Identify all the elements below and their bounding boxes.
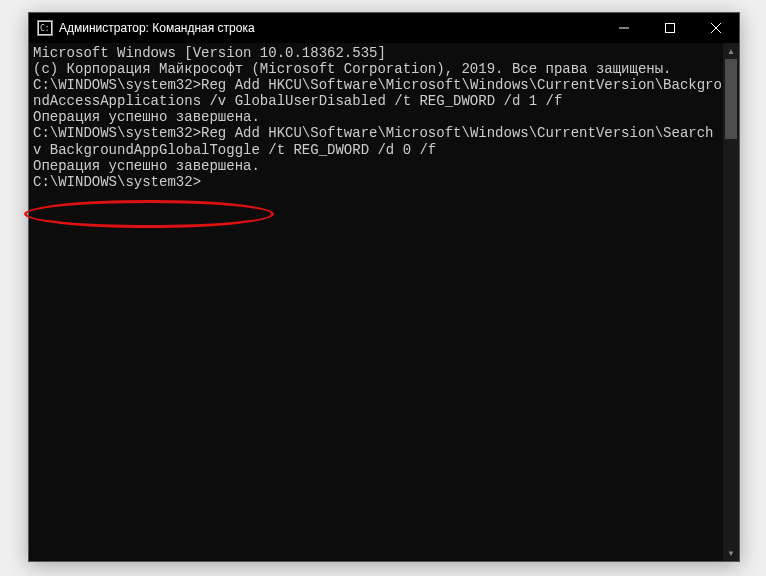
copyright-line: (c) Корпорация Майкрософт (Microsoft Cor… xyxy=(33,61,735,77)
svg-text:C:: C: xyxy=(40,24,50,33)
close-button[interactable] xyxy=(693,13,739,43)
maximize-icon xyxy=(665,23,675,33)
command-line-2: C:\WINDOWS\system32>Reg Add HKCU\Softwar… xyxy=(33,125,735,157)
close-icon xyxy=(711,23,721,33)
prompt-1: C:\WINDOWS\system32> xyxy=(33,77,201,93)
command-prompt-window: C: Администратор: Командная строка Micro… xyxy=(28,12,740,562)
result-1: Операция успешно завершена. xyxy=(33,109,735,125)
minimize-button[interactable] xyxy=(601,13,647,43)
terminal-output[interactable]: Microsoft Windows [Version 10.0.18362.53… xyxy=(29,43,739,561)
command-line-3: C:\WINDOWS\system32> xyxy=(33,174,735,190)
titlebar[interactable]: C: Администратор: Командная строка xyxy=(29,13,739,43)
maximize-button[interactable] xyxy=(647,13,693,43)
minimize-icon xyxy=(619,23,629,33)
command-line-1: C:\WINDOWS\system32>Reg Add HKCU\Softwar… xyxy=(33,77,735,109)
scroll-up-arrow-icon[interactable]: ▲ xyxy=(723,43,739,59)
version-line: Microsoft Windows [Version 10.0.18362.53… xyxy=(33,45,735,61)
window-title: Администратор: Командная строка xyxy=(59,21,255,35)
prompt-2: C:\WINDOWS\system32> xyxy=(33,125,201,141)
window-controls xyxy=(601,13,739,43)
vertical-scrollbar[interactable]: ▲ ▼ xyxy=(723,43,739,561)
svg-rect-3 xyxy=(666,24,675,33)
scroll-down-arrow-icon[interactable]: ▼ xyxy=(723,545,739,561)
prompt-3: C:\WINDOWS\system32> xyxy=(33,174,201,190)
scrollbar-thumb[interactable] xyxy=(725,59,737,139)
cmd-icon: C: xyxy=(37,20,53,36)
result-2: Операция успешно завершена. xyxy=(33,158,735,174)
